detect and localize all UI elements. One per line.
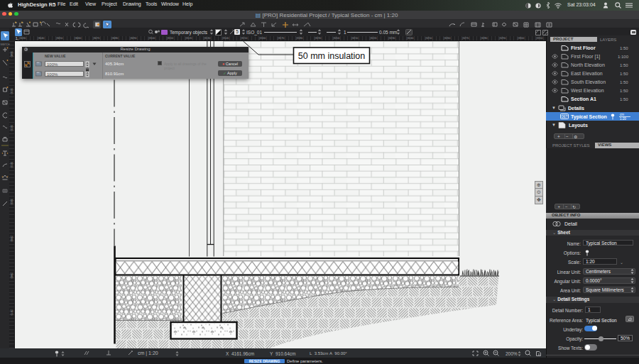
svg-text:DET: DET <box>562 115 568 118</box>
svg-text:50 mm insulation: 50 mm insulation <box>298 50 366 60</box>
svg-text:SKETCH: SKETCH <box>1 43 10 46</box>
